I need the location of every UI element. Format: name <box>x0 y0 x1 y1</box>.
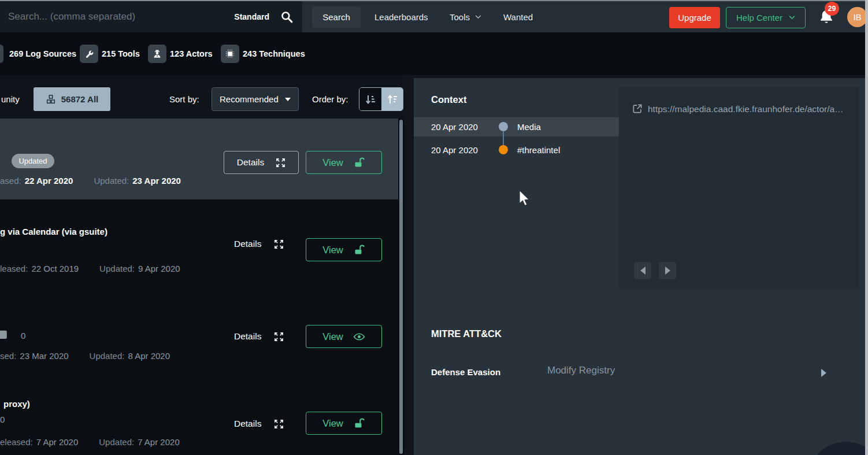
order-ascending-button[interactable] <box>381 88 403 110</box>
rule-list-item[interactable]: Updated ased: 22 Apr 2020 Updated: 23 Ap… <box>0 119 398 199</box>
search-bar: Standard <box>0 1 302 32</box>
tab-community-partial[interactable]: unity <box>0 87 20 111</box>
tab-leaderboards-label: Leaderboards <box>374 12 428 22</box>
rule-list-item[interactable]: g via Calendar (via gsuite) Details View… <box>0 199 398 295</box>
tab-tools-label: Tools <box>450 12 470 22</box>
notification-count-badge: 29 <box>825 2 839 16</box>
reference-url[interactable]: https://malpedia.caad.fkie.fraunhofer.de… <box>648 104 850 114</box>
comment-icon <box>0 328 8 343</box>
page-scrollbar[interactable] <box>865 0 868 455</box>
timeline-dot-orange <box>499 145 508 154</box>
context-event-row[interactable]: 20 Apr 2020 #threatintel <box>414 140 619 160</box>
released-date: 23 Mar 2020 <box>20 351 68 361</box>
previous-reference-button[interactable] <box>634 262 651 279</box>
view-button[interactable]: View <box>306 238 382 261</box>
details-label: Details <box>234 419 261 429</box>
results-list: Updated ased: 22 Apr 2020 Updated: 23 Ap… <box>0 119 405 455</box>
view-button[interactable]: View <box>306 412 382 435</box>
details-button[interactable]: Details <box>234 331 284 342</box>
updated-label: Updated: <box>90 351 125 361</box>
details-button[interactable]: Details <box>224 151 299 174</box>
all-results-button[interactable]: 56872 All <box>34 87 110 111</box>
context-event-row[interactable]: 20 Apr 2020 Media <box>414 117 619 136</box>
comment-count: 0 <box>21 331 25 341</box>
details-label: Details <box>234 239 261 249</box>
comment-count: 0 <box>0 415 5 424</box>
results-scrollbar[interactable] <box>399 120 403 454</box>
search-input[interactable] <box>0 11 234 23</box>
stats-bar: 269 Log Sources 215 Tools 123 Actors 243… <box>0 32 868 75</box>
updated-date: 8 Apr 2020 <box>128 351 170 361</box>
released-label: eleased: <box>0 437 33 447</box>
event-label: #threatintel <box>517 140 560 160</box>
rule-list-item[interactable]: 0 Details View sed: 23 Mar 2020 Updated:… <box>0 295 398 382</box>
tab-wanted[interactable]: Wanted <box>503 1 533 32</box>
stat-techniques[interactable]: 243 Techniques <box>243 45 305 63</box>
updated-date: 23 Apr 2020 <box>132 176 181 186</box>
view-label: View <box>322 331 343 342</box>
log-sources-icon[interactable] <box>0 45 3 63</box>
tab-search[interactable]: Search <box>312 6 361 28</box>
user-avatar[interactable]: IB <box>847 7 867 27</box>
sort-dropdown[interactable]: Recommended <box>212 87 299 111</box>
external-link-icon[interactable] <box>632 103 643 114</box>
event-date: 20 Apr 2020 <box>431 140 478 160</box>
timeline-dot-blue <box>499 122 508 131</box>
unlock-icon <box>353 417 365 430</box>
event-label: Media <box>517 117 541 136</box>
stat-tools[interactable]: 215 Tools <box>102 45 140 63</box>
order-descending-button[interactable] <box>359 88 381 110</box>
mitre-technique[interactable]: Modify Registry <box>547 365 615 376</box>
updated-badge: Updated <box>12 154 54 168</box>
rule-list-item[interactable]: proxy) 0 Details View eleased: 7 Apr 202… <box>0 382 398 455</box>
expand-icon <box>274 332 284 342</box>
view-button[interactable]: View <box>306 151 382 174</box>
mitre-expand-arrow-icon[interactable] <box>821 369 826 377</box>
event-date: 20 Apr 2020 <box>431 117 478 136</box>
details-button[interactable]: Details <box>234 419 284 429</box>
released-date: 22 Apr 2020 <box>25 176 73 186</box>
view-button[interactable]: View <box>306 325 382 348</box>
rule-dates: ased: 22 Apr 2020 Updated: 23 Apr 2020 <box>0 176 181 186</box>
arrow-left-icon <box>640 267 646 275</box>
chip-icon[interactable] <box>221 45 239 63</box>
help-center-label: Help Center <box>736 13 782 23</box>
details-button[interactable]: Details <box>234 239 284 249</box>
search-icon[interactable] <box>281 11 293 23</box>
next-reference-button[interactable] <box>659 262 676 279</box>
updated-date: 9 Apr 2020 <box>138 264 180 273</box>
wrench-icon[interactable] <box>80 45 98 63</box>
link-preview-card: https://malpedia.caad.fkie.fraunhofer.de… <box>619 87 859 289</box>
search-mode-label[interactable]: Standard <box>234 12 269 21</box>
stat-actors[interactable]: 123 Actors <box>170 45 213 63</box>
tab-leaderboards[interactable]: Leaderboards <box>374 1 428 32</box>
details-label: Details <box>234 331 261 342</box>
all-results-label: 56872 All <box>61 94 99 104</box>
context-title: Context <box>431 94 466 105</box>
caret-down-icon <box>285 98 291 101</box>
mitre-tactic: Defense Evasion <box>431 367 500 377</box>
arrow-right-icon <box>665 267 670 275</box>
view-label: View <box>322 245 343 256</box>
updated-label: Updated: <box>94 176 129 186</box>
actor-icon[interactable] <box>148 45 166 63</box>
upgrade-button[interactable]: Upgrade <box>669 7 720 28</box>
rule-dates: eleased: 7 Apr 2020 Updated: 7 Apr 2020 <box>0 437 180 447</box>
released-label: leased: <box>0 264 28 273</box>
help-center-button[interactable]: Help Center <box>726 7 806 28</box>
context-panel: Context 20 Apr 2020 Media 20 Apr 2020 #t… <box>414 78 868 455</box>
sort-descending-icon <box>365 94 376 105</box>
order-toggle <box>359 87 403 111</box>
unlock-icon <box>353 244 365 256</box>
chevron-down-icon <box>475 15 481 19</box>
sort-dropdown-value: Recommended <box>220 94 279 104</box>
expand-icon <box>274 239 284 249</box>
sort-by-label: Sort by: <box>169 87 199 111</box>
tab-tools[interactable]: Tools <box>450 1 481 32</box>
stat-log-sources[interactable]: 269 Log Sources <box>9 45 76 63</box>
view-label: View <box>322 418 343 429</box>
unlock-icon <box>353 157 365 169</box>
rule-title: g via Calendar (via gsuite) <box>0 227 107 236</box>
released-date: 22 Oct 2019 <box>31 264 79 273</box>
top-navbar: Standard Search Leaderboards Tools Wante… <box>0 1 868 32</box>
